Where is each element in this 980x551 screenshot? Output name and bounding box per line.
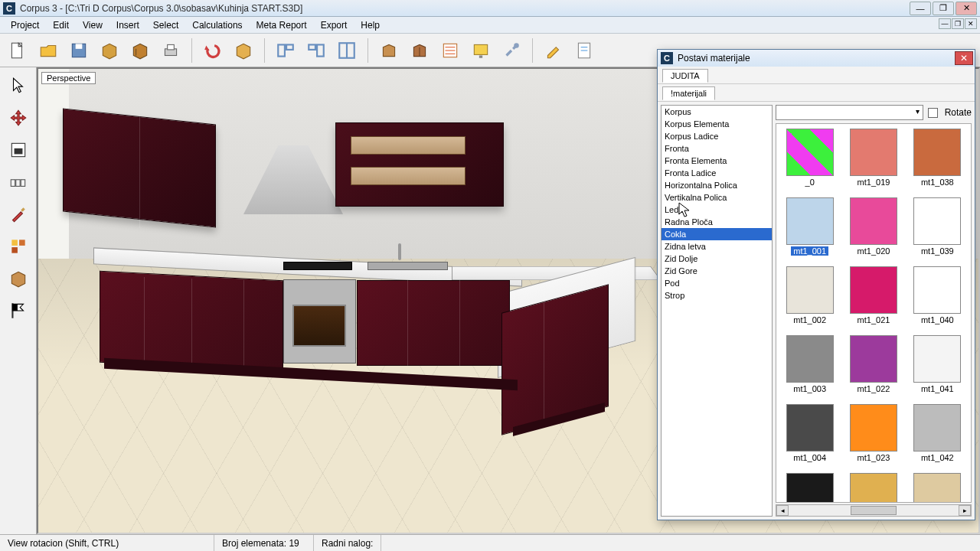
part-item[interactable]: Korpus Elementa: [662, 118, 772, 130]
status-bar: View rotacion (Shift, CTRL) Broj elemena…: [0, 534, 980, 551]
materials-dialog[interactable]: C Postavi materijale ✕ JUDITA !materijal…: [657, 49, 975, 520]
part-item[interactable]: Pod: [662, 277, 772, 289]
parts-list[interactable]: KorpusKorpus ElementaKorpus LadiceFronta…: [661, 105, 773, 517]
menu-meta-report[interactable]: Meta Report: [250, 18, 313, 32]
swatch-item[interactable]: mt1_043: [909, 473, 966, 503]
mdi-minimize-button[interactable]: —: [939, 18, 951, 29]
menu-insert[interactable]: Insert: [110, 18, 145, 32]
menu-project[interactable]: Project: [5, 18, 45, 32]
part-item[interactable]: Ledja: [662, 204, 772, 216]
minimize-button[interactable]: —: [910, 2, 931, 15]
menu-export[interactable]: Export: [315, 18, 354, 32]
swatch-item[interactable]: mt1_022: [844, 335, 902, 393]
swatch-item[interactable]: mt1_039: [909, 197, 966, 256]
close-button[interactable]: ✕: [956, 2, 977, 15]
part-item[interactable]: Horizontalna Polica: [662, 179, 772, 191]
swatch-item[interactable]: mt1_001: [781, 197, 838, 256]
part-item[interactable]: Fronta: [662, 142, 772, 155]
part-item[interactable]: Zid Dolje: [662, 253, 772, 265]
dialog-close-button[interactable]: ✕: [955, 51, 973, 65]
oven-icon-button[interactable]: [5, 136, 32, 164]
material-group-dropdown[interactable]: [776, 105, 923, 120]
dimension-tool-button[interactable]: [5, 168, 32, 196]
menu-edit[interactable]: Edit: [47, 18, 75, 32]
part-item[interactable]: Korpus: [662, 106, 772, 118]
svg-rect-25: [15, 180, 19, 187]
part-item[interactable]: Radna Ploča: [662, 216, 772, 228]
toolbar-report-button[interactable]: [571, 37, 597, 64]
swatch-item[interactable]: mt1_004: [781, 404, 838, 462]
part-item[interactable]: Zidna letva: [662, 240, 772, 253]
svg-rect-27: [11, 240, 18, 246]
swatch-item[interactable]: _0: [781, 129, 838, 187]
scroll-left-button[interactable]: ◂: [776, 505, 789, 516]
swatch-scrollbar[interactable]: ◂ ▸: [776, 504, 972, 517]
toolbar-undo-button[interactable]: [200, 37, 226, 64]
mdi-restore-button[interactable]: ❐: [952, 18, 964, 29]
dialog-title-bar[interactable]: C Postavi materijale ✕: [658, 50, 975, 67]
package-tool-button[interactable]: [5, 265, 32, 292]
swatch-item[interactable]: mt1_005: [781, 473, 838, 503]
swatch-item[interactable]: mt1_019: [844, 129, 902, 187]
toolbar-box2-button[interactable]: [127, 37, 153, 64]
part-item[interactable]: Strop: [662, 289, 772, 302]
swatch-item[interactable]: mt1_040: [909, 266, 966, 324]
toolbar-layout1-button[interactable]: [273, 37, 299, 64]
part-item[interactable]: Fronta Ladice: [662, 167, 772, 179]
menu-select[interactable]: Select: [147, 18, 185, 32]
toolbar-monitor-button[interactable]: [468, 37, 494, 64]
toolbar-edit-button[interactable]: [541, 37, 567, 64]
toolbar-new-button[interactable]: [5, 37, 31, 64]
swatch-item[interactable]: mt1_002: [781, 266, 838, 324]
materials-tab[interactable]: !materijali: [662, 86, 715, 100]
move-tool-button[interactable]: [5, 104, 32, 132]
scroll-thumb[interactable]: [851, 506, 897, 515]
swatch-item[interactable]: mt1_003: [781, 335, 838, 393]
swatch-item[interactable]: mt1_041: [909, 335, 966, 393]
material-tool-button[interactable]: [5, 233, 32, 260]
toolbar-save-button[interactable]: [66, 37, 92, 64]
toolbar-open-button[interactable]: [35, 37, 61, 64]
swatch-item[interactable]: mt1_038: [909, 129, 966, 187]
status-left: View rotacion (Shift, CTRL): [0, 535, 214, 551]
maximize-button[interactable]: ❐: [933, 2, 954, 15]
sheet-tab[interactable]: JUDITA: [662, 69, 708, 83]
brush-tool-button[interactable]: [5, 201, 32, 228]
toolbar-cabinet2-button[interactable]: [407, 37, 433, 64]
part-item[interactable]: Korpus Ladice: [662, 130, 772, 142]
viewport-label: Perspective: [41, 72, 96, 84]
scroll-right-button[interactable]: ▸: [959, 505, 971, 516]
rotate-checkbox[interactable]: [928, 108, 938, 118]
toolbar-layout2-button[interactable]: [303, 37, 329, 64]
menu-help[interactable]: Help: [354, 18, 386, 32]
toolbar-layout3-button[interactable]: [334, 37, 360, 64]
swatch-item[interactable]: mt1_021: [844, 266, 902, 324]
dialog-title: Postavi materijale: [678, 53, 750, 64]
swatch-label: mt1_041: [919, 384, 956, 393]
pointer-tool-button[interactable]: [5, 72, 32, 99]
menu-bar: Project Edit View Insert Select Calculat…: [0, 17, 980, 34]
swatch-label: mt1_020: [855, 246, 893, 256]
toolbar-tools-button[interactable]: [498, 37, 524, 64]
toolbar-box3-button[interactable]: [230, 37, 256, 64]
swatch-item[interactable]: mt1_042: [909, 404, 966, 462]
swatch-item[interactable]: mt1_020: [844, 197, 902, 256]
status-order: Radni nalog:: [314, 535, 381, 551]
swatch-item[interactable]: mt1_024: [844, 473, 902, 503]
swatch-item[interactable]: mt1_023: [844, 404, 902, 462]
menu-view[interactable]: View: [77, 18, 109, 32]
toolbar-list-button[interactable]: [437, 37, 463, 64]
part-item[interactable]: Zid Gore: [662, 265, 772, 277]
menu-calculations[interactable]: Calculations: [186, 18, 248, 32]
swatch-label: _0: [803, 178, 817, 187]
flag-tool-button[interactable]: [5, 297, 32, 324]
toolbar-cabinet1-button[interactable]: [376, 37, 402, 64]
toolbar-box1-button[interactable]: [96, 37, 122, 64]
part-item[interactable]: Vertikalna Polica: [662, 191, 772, 204]
swatch-grid[interactable]: _0mt1_019mt1_038mt1_001mt1_020mt1_039mt1…: [776, 123, 972, 503]
toolbar-print-button[interactable]: [158, 37, 184, 64]
part-item[interactable]: Fronta Elementa: [662, 155, 772, 167]
mdi-close-button[interactable]: ✕: [965, 18, 977, 29]
swatch-label: mt1_003: [791, 384, 828, 393]
part-item[interactable]: Cokla: [662, 228, 772, 240]
